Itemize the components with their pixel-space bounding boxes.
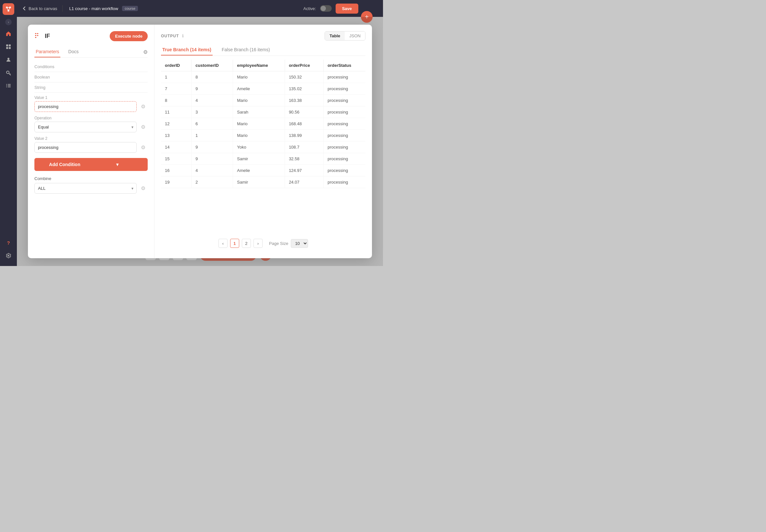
col-orderprice: orderPrice [285,60,323,71]
cell-orderid: 12 [161,118,191,130]
pagination: ‹ 1 2 › Page Size 10 25 50 [161,235,365,252]
operation-row: Equal Not Equal Contains ▾ ⚙ [34,122,148,132]
branch-tabs: True Branch (14 items) False Branch (16 … [161,44,365,56]
operation-gear-icon[interactable]: ⚙ [139,123,148,132]
svg-rect-13 [8,84,11,85]
panel-tabs: Parameters Docs ⚙ [34,46,148,58]
sidebar-item-help[interactable]: ? [3,237,14,248]
cell-customerid: 4 [191,165,233,176]
value2-input[interactable] [34,142,137,153]
cell-orderid: 15 [161,153,191,165]
cell-orderid: 14 [161,141,191,153]
boolean-label: Boolean [34,75,148,79]
cell-customerid: 8 [191,71,233,83]
table-header: orderID customerID employeeName orderPri… [161,60,365,71]
cell-employeename: Mario [233,130,285,141]
cell-orderprice: 150.32 [285,71,323,83]
table-body: 18Mario150.32processing79Amelie135.02pro… [161,71,365,188]
svg-rect-22 [35,35,36,36]
operation-select[interactable]: Equal Not Equal Contains [34,122,137,132]
cell-orderprice: 163.38 [285,95,323,106]
logo[interactable] [3,3,14,15]
value2-label: Value 2 [34,136,148,141]
next-page-button[interactable]: › [253,239,262,248]
page-size-select[interactable]: 10 25 50 [291,239,308,248]
active-toggle[interactable] [320,5,332,12]
output-header: OUTPUT ℹ Table JSON [161,31,365,41]
col-employeename: employeeName [233,60,285,71]
workflow-title: L1 course - main workflow [69,6,118,11]
value2-gear-icon[interactable]: ⚙ [139,143,148,152]
cell-customerid: 2 [191,176,233,188]
page-1-button[interactable]: 1 [230,239,239,248]
cell-orderstatus: processing [323,141,365,153]
cell-employeename: Sarah [233,106,285,118]
page-2-button[interactable]: 2 [242,239,251,248]
table-row: 18Mario150.32processing [161,71,365,83]
value1-input[interactable] [34,101,137,112]
sidebar-item-home[interactable] [3,28,14,40]
back-to-canvas-link[interactable]: Back to canvas [22,6,57,11]
left-panel: IF Execute node Parameters Docs ⚙ Condit… [28,25,154,258]
cell-orderprice: 135.02 [285,83,323,95]
cell-orderprice: 168.48 [285,118,323,130]
execute-node-button[interactable]: Execute node [110,31,148,41]
table-row: 192Samir24.07processing [161,176,365,188]
sidebar-item-settings[interactable] [3,250,14,261]
info-icon: ℹ [182,33,184,38]
sidebar-item-key[interactable] [3,67,14,79]
svg-rect-16 [6,87,7,87]
combine-gear-icon[interactable]: ⚙ [139,184,148,193]
svg-point-11 [6,71,9,74]
panel-header: IF Execute node [34,31,148,41]
cell-orderid: 7 [161,83,191,95]
cell-orderprice: 32.58 [285,153,323,165]
cell-orderid: 13 [161,130,191,141]
cell-employeename: Mario [233,95,285,106]
cell-employeename: Yoko [233,141,285,153]
workflow-badge: course [122,6,138,11]
value1-gear-icon[interactable]: ⚙ [139,102,148,111]
combine-label: Combine [34,176,148,181]
combine-row: ALL ANY ▾ ⚙ [34,183,148,194]
string-label: String [34,85,148,90]
cell-customerid: 4 [191,95,233,106]
sidebar-item-list[interactable] [3,80,14,91]
combine-section: Combine ALL ANY ▾ ⚙ [34,176,148,194]
sidebar-expand-icon[interactable]: › [5,19,12,25]
view-toggle: Table JSON [324,31,365,41]
table-row: 149Yoko108.7processing [161,141,365,153]
add-condition-button[interactable]: Add Condition ▾ [34,158,148,171]
cell-orderprice: 108.7 [285,141,323,153]
tab-docs[interactable]: Docs [67,46,80,57]
svg-rect-23 [37,35,38,36]
cell-orderstatus: processing [323,95,365,106]
cell-orderstatus: processing [323,71,365,83]
combine-select[interactable]: ALL ANY [34,183,137,194]
false-branch-tab[interactable]: False Branch (16 items) [220,44,271,55]
combine-select-wrapper: ALL ANY ▾ [34,183,137,194]
sidebar-item-grid[interactable] [3,41,14,53]
cell-orderprice: 90.56 [285,106,323,118]
save-button[interactable]: Save [335,4,358,14]
output-table: orderID customerID employeeName orderPri… [161,60,365,188]
cell-orderstatus: processing [323,153,365,165]
cell-customerid: 9 [191,83,233,95]
value2-row: ⚙ [34,142,148,153]
form-section: Conditions Boolean String Value 1 ⚙ Oper… [34,64,148,252]
sidebar-item-users[interactable] [3,54,14,66]
true-branch-tab[interactable]: True Branch (14 items) [161,44,213,55]
table-view-button[interactable]: Table [325,31,345,40]
value1-row: ⚙ [34,101,148,112]
cell-orderprice: 138.99 [285,130,323,141]
settings-icon[interactable]: ⚙ [143,49,148,55]
svg-rect-15 [8,85,11,86]
tab-parameters[interactable]: Parameters [34,46,60,57]
cell-orderstatus: processing [323,176,365,188]
prev-page-button[interactable]: ‹ [218,239,227,248]
add-condition-label: Add Condition [38,162,91,167]
json-view-button[interactable]: JSON [345,31,365,40]
cell-orderprice: 24.07 [285,176,323,188]
cell-orderid: 11 [161,106,191,118]
cell-orderid: 16 [161,165,191,176]
